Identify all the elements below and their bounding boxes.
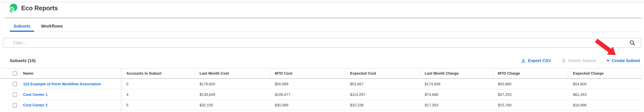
tab-workflows[interactable]: Workflows [41, 24, 63, 28]
table-body: 123 Example of Perm Workflow Association… [0, 79, 642, 110]
name-cell: Cost Center 2 [0, 103, 121, 108]
expected-charge-cell: $61,343 [568, 92, 642, 97]
expected-cost-cell: $53,667 [345, 82, 420, 86]
column-header-accounts[interactable]: Accounts in Subset [121, 68, 194, 78]
column-header-label: Name [23, 71, 33, 76]
table-row: Cost Center 2 5 $32,155 $30,089 $32,238 … [0, 100, 642, 110]
page-title: Eco Reports [21, 4, 58, 12]
mtd-charge-cell: $50,960 [493, 82, 568, 86]
accounts-cell: 5 [121, 82, 194, 86]
list-title: Subsets (15) [10, 58, 36, 63]
expected-charge-cell: $54,600 [568, 82, 642, 86]
column-header-last-month-charge[interactable]: Last Month Charge [420, 68, 493, 78]
mtd-charge-cell: $15,769 [493, 103, 568, 108]
select-all-checkbox[interactable] [13, 71, 17, 76]
subset-name-link[interactable]: Cost Center 1 [23, 92, 48, 97]
mtd-charge-cell: $57,253 [493, 92, 568, 97]
last-month-charge-cell: $17,303 [420, 103, 493, 108]
row-checkbox[interactable] [13, 82, 17, 86]
eco-logo-icon [9, 4, 18, 12]
list-toolbar: Subsets (15) Export CSV Delete Subset + … [10, 57, 640, 64]
create-subset-label: Create Subset [612, 58, 640, 63]
last-month-cost-cell: $139,649 [194, 92, 270, 97]
subset-name-link[interactable]: 123 Example of Perm Workflow Association [23, 82, 101, 86]
top-border-strip [0, 2, 644, 3]
app-header: Eco Reports [9, 4, 58, 13]
last-month-charge-cell: $74,668 [420, 92, 493, 97]
mtd-cost-cell: $106,677 [270, 92, 345, 97]
export-csv-label: Export CSV [528, 58, 551, 63]
create-subset-button[interactable]: + Create Subset [606, 58, 640, 63]
row-checkbox[interactable] [13, 92, 17, 97]
mtd-cost-cell: $30,089 [270, 103, 345, 108]
tab-bar: Subsets Workflows [10, 22, 63, 30]
download-icon [521, 58, 526, 63]
plus-icon: + [606, 58, 610, 63]
table-row: Cost Center 1 4 $139,649 $106,677 $114,2… [0, 89, 642, 100]
tab-subsets[interactable]: Subsets [10, 24, 34, 28]
column-header-name[interactable]: Name [0, 68, 121, 78]
table-header-row: Name Accounts in Subset Last Month Cost … [0, 68, 642, 79]
name-cell: Cost Center 1 [0, 92, 121, 97]
header-divider [5, 18, 642, 18]
delete-subset-button[interactable]: Delete Subset [562, 58, 596, 63]
name-cell: 123 Example of Perm Workflow Association [0, 82, 121, 86]
list-actions: Export CSV Delete Subset + Create Subset [521, 58, 640, 63]
expected-charge-cell: $16,896 [568, 103, 642, 108]
trash-icon [562, 58, 566, 63]
accounts-cell: 4 [121, 92, 194, 97]
subsets-table: Name Accounts in Subset Last Month Cost … [0, 68, 642, 110]
filter-input[interactable] [3, 40, 629, 46]
column-header-mtd-charge[interactable]: MTD Charge [493, 68, 568, 78]
column-header-expected-charge[interactable]: Expected Charge [568, 68, 642, 78]
active-tab-indicator [10, 30, 34, 32]
column-header-last-month-cost[interactable]: Last Month Cost [194, 68, 270, 78]
accounts-cell: 5 [121, 103, 194, 108]
export-csv-button[interactable]: Export CSV [521, 58, 551, 63]
name-column-separator [121, 68, 122, 111]
last-month-charge-cell: $174,839 [420, 82, 493, 86]
delete-subset-label: Delete Subset [568, 58, 596, 63]
expected-cost-cell: $32,238 [345, 103, 420, 108]
tab-bar-underline [10, 32, 642, 32]
subset-name-link[interactable]: Cost Center 2 [23, 103, 48, 108]
column-header-mtd-cost[interactable]: MTD Cost [270, 68, 345, 78]
column-header-expected-cost[interactable]: Expected Cost [345, 68, 420, 78]
last-month-cost-cell: $32,155 [194, 103, 270, 108]
search-icon[interactable] [629, 40, 636, 46]
expected-cost-cell: $114,297 [345, 92, 420, 97]
row-checkbox[interactable] [13, 103, 17, 108]
mtd-cost-cell: $50,089 [270, 82, 345, 86]
filter-bar [3, 38, 641, 48]
table-row: 123 Example of Perm Workflow Association… [0, 79, 642, 89]
last-month-cost-cell: $176,820 [194, 82, 270, 86]
